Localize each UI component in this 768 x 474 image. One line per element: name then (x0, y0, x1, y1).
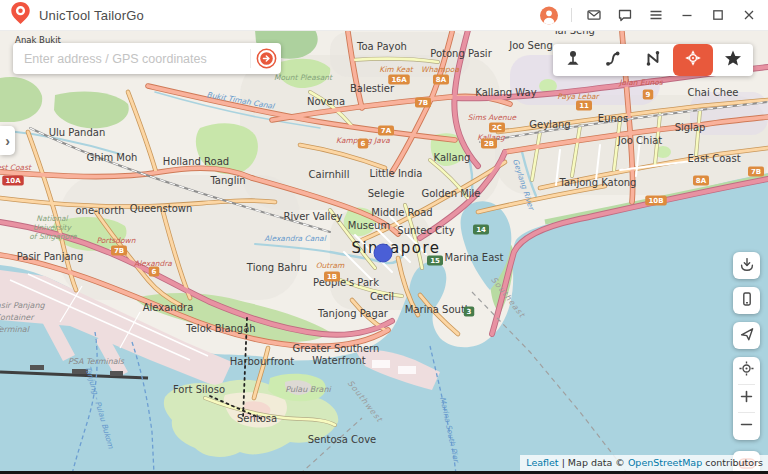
star-icon (723, 48, 743, 72)
svg-text:7B: 7B (751, 168, 761, 176)
s-route-icon (603, 48, 623, 72)
teleport-mode-button[interactable] (553, 44, 593, 76)
map-label: Little India (370, 168, 423, 179)
svg-text:1B: 1B (327, 273, 337, 281)
map-label: Chai Chee (687, 87, 738, 98)
favorites-button[interactable] (713, 44, 753, 76)
current-location-marker[interactable] (374, 244, 392, 262)
chevron-right-icon: › (5, 133, 10, 149)
n-route-icon (643, 48, 663, 72)
map-label: Jalan Eunos (618, 78, 663, 87)
map-label: Alexandra (143, 302, 194, 313)
svg-text:2B: 2B (484, 140, 494, 148)
map-label: Singapore (351, 239, 440, 257)
mode-toolbar (553, 44, 753, 76)
svg-text:2C: 2C (492, 124, 502, 132)
map-label: Selegie (368, 188, 405, 199)
map-view[interactable]: Toa PayohPotong PasirJoo SengTai SengBal… (0, 30, 768, 474)
map-label: Golden Mile (422, 188, 481, 199)
map-label: Greater Southern (293, 343, 380, 354)
map-label: Marina South (405, 304, 471, 315)
map-label: Suntec City (397, 225, 454, 236)
road-shield: 2C (489, 123, 505, 133)
map-label: East Coast (687, 153, 740, 164)
attribution-text: | Map data © (562, 457, 625, 468)
osm-link[interactable]: OpenStreetMap (628, 457, 702, 468)
svg-text:15: 15 (430, 257, 440, 265)
attribution-suffix: contributors (705, 457, 763, 468)
svg-text:10A: 10A (5, 177, 21, 185)
device-button[interactable] (733, 287, 760, 314)
mail-icon[interactable] (585, 6, 603, 24)
two-spot-mode-button[interactable] (593, 44, 633, 76)
map-label: Tanglin (209, 175, 245, 186)
svg-text:8A: 8A (436, 76, 447, 84)
zoom-out-button[interactable] (733, 413, 760, 440)
user-avatar[interactable] (540, 6, 558, 24)
locate-button[interactable] (733, 357, 760, 384)
maximize-button[interactable] (709, 6, 727, 24)
map-label: Harbourfront (230, 356, 295, 367)
road-shield: 3 (464, 307, 475, 317)
map-label: University (33, 223, 72, 232)
map-label: Outram (316, 261, 345, 270)
zoom-control-group (733, 357, 760, 440)
road-shield: 7B (111, 246, 127, 256)
map-label: People's Park (313, 277, 379, 288)
svg-text:3: 3 (467, 308, 472, 316)
logo-pin-icon (10, 1, 31, 29)
map-label: Paya Lebar (557, 92, 600, 101)
road-shield: 15 (427, 256, 443, 266)
map-label: Middle Road (371, 207, 432, 218)
map-label: of Singapore (29, 232, 78, 241)
sidebar-expand-tab[interactable]: › (0, 126, 15, 155)
locate-icon (738, 360, 755, 381)
minus-icon (739, 417, 754, 436)
road-shield: 2B (481, 139, 497, 149)
map-label: Telok Blangah (185, 323, 255, 334)
map-label: Joo Seng (508, 40, 553, 51)
titlebar-divider (571, 8, 572, 22)
road-shield: 6 (149, 267, 160, 277)
navigate-button[interactable] (733, 322, 760, 349)
search-go-button[interactable] (251, 43, 281, 74)
leaflet-link[interactable]: Leaflet (526, 457, 558, 468)
map-label: Joo Chiat (617, 135, 663, 146)
map-label: West Coast (0, 163, 32, 172)
zoom-in-button[interactable] (733, 385, 760, 412)
close-button[interactable] (740, 6, 758, 24)
map-label: River Valley (284, 211, 343, 222)
map-label: Siglap (675, 122, 706, 133)
minimize-button[interactable] (678, 6, 696, 24)
road-shield: 14 (473, 225, 489, 235)
download-icon (739, 256, 755, 276)
map-label: Pasir Panjang (17, 251, 84, 262)
title-bar: UnicTool TailorGo (0, 0, 768, 31)
map-label: Marina East (445, 252, 504, 263)
map-label: Portsdown (96, 236, 135, 245)
multi-spot-mode-button[interactable] (633, 44, 673, 76)
menu-icon[interactable] (647, 6, 665, 24)
svg-text:7A: 7A (381, 127, 392, 135)
download-button[interactable] (733, 252, 760, 279)
map-label: Ulu Pandan (49, 127, 105, 138)
brand: UnicTool TailorGo (0, 1, 144, 29)
map-label: Fort Siloso (173, 384, 225, 395)
joystick-mode-button[interactable] (673, 44, 713, 76)
map-label: Balestier (350, 83, 395, 94)
road-shield: 6 (358, 139, 369, 149)
map-label: Tanjong Pagar (317, 308, 389, 319)
svg-text:6: 6 (361, 140, 366, 148)
road-shield: 8A (433, 75, 449, 85)
map-label: Queenstown (130, 203, 193, 214)
map-label: Waterfront (312, 355, 365, 366)
map-label: National (36, 214, 68, 223)
map-label: Alexandra Canal (264, 234, 326, 243)
search-input[interactable] (13, 52, 250, 66)
map-label: Novena (307, 96, 345, 107)
road-shield: 9 (643, 90, 654, 100)
compass-icon (683, 48, 703, 72)
chat-icon[interactable] (616, 6, 634, 24)
svg-text:11: 11 (579, 102, 589, 110)
map-label: Tanjong Katong (559, 177, 637, 188)
